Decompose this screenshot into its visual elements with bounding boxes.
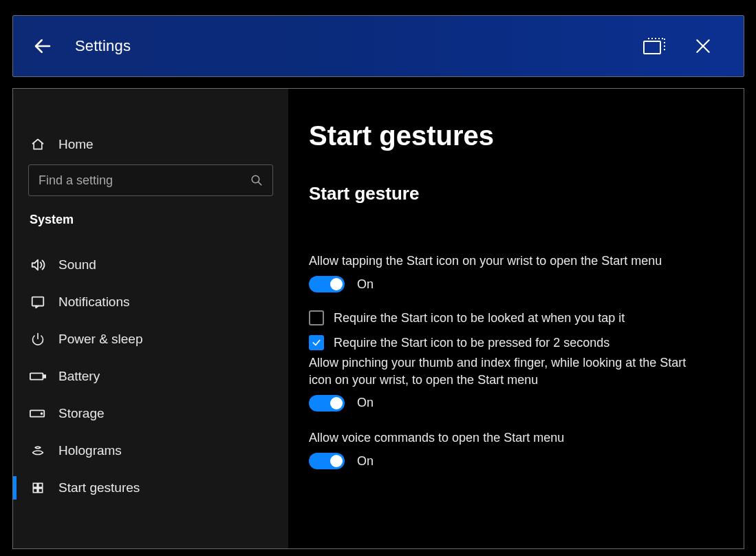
setting-pinch-toggle[interactable] (309, 395, 345, 411)
setting-pinch-toggle-row: On (309, 395, 713, 411)
start-gestures-icon (30, 481, 46, 495)
sidebar-item-battery[interactable]: Battery (28, 358, 273, 395)
setting-pinch-label: Allow pinching your thumb and index fing… (309, 354, 694, 388)
setting-require-press-checkbox[interactable] (309, 335, 324, 350)
svg-line-7 (258, 182, 261, 185)
svg-rect-14 (33, 483, 37, 487)
arrow-left-icon (32, 36, 53, 56)
svg-marker-8 (32, 260, 38, 270)
sidebar-item-label: Holograms (58, 443, 122, 458)
sidebar-item-label: Notifications (58, 295, 130, 310)
setting-pinch-state: On (357, 396, 374, 410)
search-icon (250, 174, 263, 186)
titlebar: Settings (12, 15, 744, 77)
sidebar-item-label: Home (58, 137, 94, 152)
sidebar: Home Find a setting System Sound (13, 89, 288, 548)
sound-icon (30, 257, 46, 272)
sidebar-item-label: Battery (58, 369, 100, 384)
svg-rect-16 (33, 489, 37, 493)
titlebar-title: Settings (75, 37, 131, 55)
page-title: Start gestures (309, 120, 713, 151)
power-icon (30, 332, 46, 346)
sidebar-item-label: Sound (58, 257, 96, 272)
svg-rect-11 (43, 375, 45, 378)
setting-voice-label: Allow voice commands to open the Start m… (309, 429, 694, 446)
search-input[interactable]: Find a setting (28, 164, 273, 196)
setting-require-press-label: Require the Start icon to be pressed for… (334, 336, 609, 350)
sidebar-category: System (30, 213, 273, 227)
svg-rect-9 (32, 297, 44, 306)
svg-rect-1 (644, 41, 660, 54)
setting-tap-label: Allow tapping the Start icon on your wri… (309, 253, 694, 269)
battery-icon (30, 371, 46, 382)
home-icon (30, 138, 46, 151)
setting-voice-state: On (357, 454, 374, 469)
close-icon (694, 37, 712, 55)
check-icon (312, 338, 321, 348)
settings-window: Settings Home Find a setting (12, 15, 744, 552)
sidebar-item-power-sleep[interactable]: Power & sleep (28, 321, 273, 358)
follow-me-button[interactable] (631, 29, 679, 63)
setting-voice-toggle[interactable] (309, 453, 345, 469)
sidebar-item-notifications[interactable]: Notifications (28, 284, 273, 321)
sidebar-item-label: Start gestures (58, 480, 140, 495)
storage-icon (30, 409, 46, 418)
main-content: Start gestures Start gesture Allow tappi… (288, 89, 744, 548)
svg-rect-17 (39, 489, 43, 493)
setting-require-look-label: Require the Start icon to be looked at w… (334, 311, 625, 325)
back-button[interactable] (30, 33, 56, 59)
sidebar-item-holograms[interactable]: Holograms (28, 432, 273, 469)
setting-tap-toggle[interactable] (309, 276, 345, 292)
sidebar-item-sound[interactable]: Sound (28, 246, 273, 284)
sidebar-item-label: Power & sleep (58, 332, 143, 347)
setting-tap-toggle-row: On (309, 276, 713, 292)
sidebar-item-home[interactable]: Home (28, 127, 273, 162)
setting-require-press-row: Require the Start icon to be pressed for… (309, 335, 713, 350)
setting-require-look-row: Require the Start icon to be looked at w… (309, 310, 713, 325)
sidebar-list: Sound Notifications Power & sleep (28, 246, 273, 506)
notifications-icon (30, 295, 46, 310)
svg-rect-15 (39, 483, 43, 487)
section-title: Start gesture (309, 183, 713, 204)
sidebar-item-storage[interactable]: Storage (28, 395, 273, 432)
slate-icon (642, 36, 667, 56)
settings-body: Home Find a setting System Sound (12, 88, 744, 549)
close-button[interactable] (679, 29, 727, 63)
svg-point-13 (41, 413, 43, 414)
svg-rect-10 (30, 373, 43, 379)
setting-tap-state: On (357, 277, 374, 292)
sidebar-item-label: Storage (58, 406, 105, 421)
holograms-icon (30, 443, 46, 458)
search-placeholder: Find a setting (39, 173, 113, 188)
setting-require-look-checkbox[interactable] (309, 310, 324, 325)
sidebar-item-start-gestures[interactable]: Start gestures (28, 469, 273, 506)
setting-voice-toggle-row: On (309, 453, 713, 469)
